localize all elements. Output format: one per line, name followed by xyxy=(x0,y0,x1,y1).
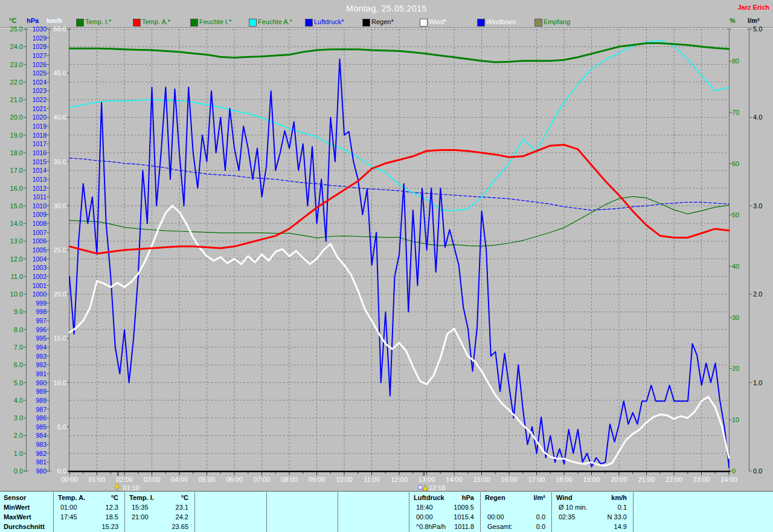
table-row-label: Sensor xyxy=(4,494,51,504)
svg-text:20.0: 20.0 xyxy=(10,114,23,121)
svg-text:8.0: 8.0 xyxy=(14,326,23,333)
svg-text:1009: 1009 xyxy=(33,211,47,218)
svg-text:00:00: 00:00 xyxy=(61,476,78,483)
table-header-luftdruck-left: Luftdruck xyxy=(414,494,444,504)
svg-text:1008: 1008 xyxy=(33,220,47,227)
triangle-icon xyxy=(423,485,428,490)
svg-text:984: 984 xyxy=(36,432,47,439)
table-value-wind: 14.9 xyxy=(559,523,627,532)
svg-text:2.0: 2.0 xyxy=(753,290,762,298)
svg-text:0.0: 0.0 xyxy=(753,467,762,475)
table-header-temp-i-: Temp. I.°C xyxy=(129,494,188,504)
svg-text:22.0: 22.0 xyxy=(10,79,23,86)
svg-text:1010: 1010 xyxy=(33,202,47,210)
svg-text:24:00: 24:00 xyxy=(720,476,737,483)
table-row-label-left: Durchschnitt xyxy=(4,523,45,532)
table-header-wind: Windkm/h xyxy=(556,494,627,504)
svg-text:0.0: 0.0 xyxy=(57,467,66,475)
svg-text:40: 40 xyxy=(732,263,739,270)
table-value-wind-right: N 33.0 xyxy=(608,513,627,523)
table-header-regen-left: Regen xyxy=(485,494,505,504)
svg-text:986: 986 xyxy=(36,414,47,421)
svg-text:1011: 1011 xyxy=(33,193,47,200)
svg-text:25.0: 25.0 xyxy=(54,246,66,254)
table-value-wind-right: 14.9 xyxy=(614,523,627,532)
svg-text:01:00: 01:00 xyxy=(89,476,106,483)
svg-text:1027: 1027 xyxy=(33,52,47,59)
svg-text:989: 989 xyxy=(36,388,47,395)
svg-text:23:00: 23:00 xyxy=(693,476,710,483)
table-value-temp-i--right: 23.65 xyxy=(172,523,188,532)
bolt-icon xyxy=(115,484,120,491)
svg-text:982: 982 xyxy=(36,450,47,457)
table-header-wind-right: km/h xyxy=(611,494,627,504)
table-value-temp-i-: 21:0024.2 xyxy=(132,513,188,523)
svg-text:980: 980 xyxy=(36,467,47,475)
series-wind-line xyxy=(69,206,729,466)
svg-text:994: 994 xyxy=(36,344,47,351)
svg-text:1017: 1017 xyxy=(33,140,47,147)
svg-text:4.0: 4.0 xyxy=(753,114,762,121)
table-value-regen: Gesamt:0.0 xyxy=(487,523,545,532)
svg-text:1024: 1024 xyxy=(33,79,47,86)
svg-text:1025: 1025 xyxy=(33,69,47,77)
table-value-temp-a--right: 15.23 xyxy=(101,523,118,532)
table-value-regen-right: 0.0 xyxy=(536,513,545,523)
table-value-regen-right: 0.0 xyxy=(536,523,545,532)
table-column-separator xyxy=(124,492,125,532)
svg-text:03:00: 03:00 xyxy=(144,476,161,483)
svg-text:12:00: 12:00 xyxy=(391,476,408,483)
svg-text:22:00: 22:00 xyxy=(666,476,682,483)
svg-text:990: 990 xyxy=(36,379,47,386)
svg-text:25.0: 25.0 xyxy=(10,25,23,33)
svg-text:1001: 1001 xyxy=(33,282,47,289)
table-value-temp-i-: 23.65 xyxy=(132,523,188,532)
svg-text:993: 993 xyxy=(36,353,47,360)
svg-text:60: 60 xyxy=(732,160,739,167)
table-value-regen xyxy=(487,504,545,513)
svg-text:999: 999 xyxy=(36,300,47,307)
svg-text:18:00: 18:00 xyxy=(556,476,573,483)
svg-text:4.0: 4.0 xyxy=(14,397,23,404)
svg-text:1000: 1000 xyxy=(33,290,47,298)
svg-text:1020: 1020 xyxy=(33,114,47,121)
table-header-temp-i--right: °C xyxy=(181,494,188,504)
chart-plot-area: 25.024.023.022.021.020.019.018.017.016.0… xyxy=(0,0,773,492)
svg-text:996: 996 xyxy=(36,326,47,333)
svg-text:1022: 1022 xyxy=(33,96,47,103)
table-header-temp-a--right: °C xyxy=(111,494,118,504)
table-header-temp-a-: Temp. A.°C xyxy=(58,494,118,504)
svg-text:5.0: 5.0 xyxy=(14,379,23,386)
svg-text:13:00: 13:00 xyxy=(419,476,435,483)
svg-text:1.0: 1.0 xyxy=(14,450,23,457)
svg-text:1016: 1016 xyxy=(33,149,47,156)
box-icon xyxy=(419,486,422,489)
svg-text:17:00: 17:00 xyxy=(528,476,545,483)
svg-text:1021: 1021 xyxy=(33,105,47,112)
table-value-wind-left: Ø 10 min. xyxy=(559,504,588,513)
svg-text:11:00: 11:00 xyxy=(364,476,380,483)
table-value-luftdruck-right: 1009.5 xyxy=(454,504,474,513)
table-row-label: Durchschnitt xyxy=(4,523,51,532)
table-value-luftdruck-right: 1011.8 xyxy=(454,523,474,532)
svg-text:10:00: 10:00 xyxy=(336,476,353,483)
weather-chart-window: Montag, 25.05.2015 Jarz Erich °C hPa km/… xyxy=(0,0,773,532)
svg-text:19.0: 19.0 xyxy=(10,132,23,139)
svg-text:992: 992 xyxy=(36,361,47,368)
svg-text:12.0: 12.0 xyxy=(10,255,23,263)
svg-text:45.0: 45.0 xyxy=(54,69,66,77)
svg-text:13.0: 13.0 xyxy=(10,237,23,245)
svg-text:08:00: 08:00 xyxy=(281,476,298,483)
svg-text:20: 20 xyxy=(732,365,739,372)
svg-text:1012: 1012 xyxy=(33,185,47,192)
svg-text:21:00: 21:00 xyxy=(638,476,655,483)
statistics-table: SensorMinWertMaxWertDurchschnittTemp. A.… xyxy=(0,491,773,532)
svg-text:40.0: 40.0 xyxy=(54,114,66,121)
svg-text:0.0: 0.0 xyxy=(14,467,23,475)
svg-text:991: 991 xyxy=(36,370,47,377)
table-value-luftdruck-left: 18:40 xyxy=(416,504,433,513)
svg-text:07:00: 07:00 xyxy=(254,476,271,483)
table-value-luftdruck: 18:401009.5 xyxy=(416,504,474,513)
svg-text:1029: 1029 xyxy=(33,34,47,42)
svg-text:1004: 1004 xyxy=(33,255,47,263)
